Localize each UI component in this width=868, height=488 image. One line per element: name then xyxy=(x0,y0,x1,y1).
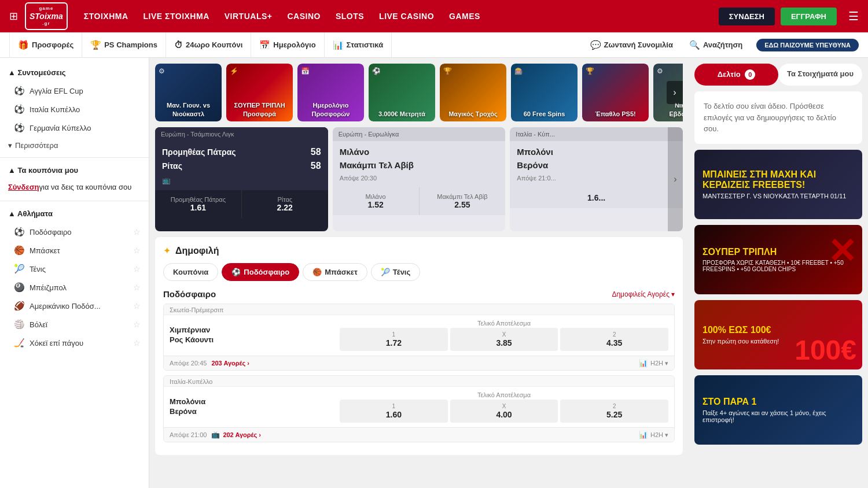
football-icon-2: ⚽ xyxy=(14,104,25,114)
sidebar-item-volleyball[interactable]: 🏐 Βόλεϊ ☆ xyxy=(0,315,149,334)
h2h-button-1[interactable]: H2H ▾ xyxy=(650,360,668,367)
am-football-sport-icon: 🏈 xyxy=(14,301,25,311)
nav-slots[interactable]: SLOTS xyxy=(336,12,364,21)
sec-nav-right: 💬 Ζωντανή Συνομιλία 🔍 Αναζήτηση ΕΔΩ ΠΑΙΖ… xyxy=(582,32,859,58)
nav-games[interactable]: GAMES xyxy=(449,12,480,21)
star-icon-am-football[interactable]: ☆ xyxy=(133,301,141,310)
nav-virtuals[interactable]: VIRTUALS+ xyxy=(225,12,273,21)
nav-casino[interactable]: CASINO xyxy=(287,12,320,21)
big-number-decoration: 100€ xyxy=(795,334,856,366)
register-button[interactable]: ΕΓΓΡΑΦΗ xyxy=(781,8,837,25)
odds-cell-x-1[interactable]: Χ 3.85 xyxy=(450,328,558,351)
odds-btn-team2-2[interactable]: Μακάμπι Τελ Αβίβ 2.55 xyxy=(420,187,506,215)
nav-live-stoixima[interactable]: LIVE ΣΤΟΙΧΗΜΑ xyxy=(144,12,209,21)
sidebar-item-germany-cup[interactable]: ⚽ Γερμανία Κύπελλο xyxy=(0,119,149,137)
odds-btn-team1-2[interactable]: Μιλάνο 1.52 xyxy=(333,187,420,215)
sidebar-item-american-football[interactable]: 🏈 Αμερικάνικο Ποδόσ... ☆ xyxy=(0,297,149,315)
popular-match-2: Ιταλία-Κυπέλλο Μπολόνια Βερόνα Τελικό Απ… xyxy=(163,375,675,442)
star-icon-hockey[interactable]: ☆ xyxy=(133,338,141,347)
sec-nav-ps-champions[interactable]: 🏆 PS Champions xyxy=(82,32,166,58)
promo-banner-para1[interactable]: ΣΤΟ ΠΑΡΑ 1 Παίξε 4+ αγώνες και αν χάσεις… xyxy=(694,375,862,445)
basketball-tab-icon: 🏀 xyxy=(312,268,322,276)
odds-cell-2-1[interactable]: 2 4.35 xyxy=(560,328,668,351)
odds-btn-1-3[interactable]: 1.6... xyxy=(510,187,683,208)
star-icon-tennis[interactable]: ☆ xyxy=(133,264,141,273)
sidebar-item-baseball[interactable]: 🎱 Μπέιζμπολ ☆ xyxy=(0,278,149,297)
odds-cell-x-2[interactable]: Χ 4.00 xyxy=(450,400,558,423)
tab-tennis[interactable]: 🎾 Τένις xyxy=(371,263,420,281)
eao-button[interactable]: ΕΔΩ ΠΑΙΖΟΥΜΕ ΥΠΕΥΘΥΝΑ xyxy=(756,39,859,51)
promo-cards-next-button[interactable]: › xyxy=(667,81,683,104)
sec-nav-prosfores[interactable]: 🎁 Προσφορές xyxy=(9,32,82,58)
hamburger-icon[interactable]: ☰ xyxy=(848,9,859,23)
grid-icon[interactable]: ⊞ xyxy=(9,10,18,23)
sidebar-item-basketball[interactable]: 🏀 Μπάσκετ ☆ xyxy=(0,241,149,260)
nav-stoixima[interactable]: ΣΤΟΙΧΗΜΑ xyxy=(84,12,128,21)
match-markets-popular-1[interactable]: 203 Αγορές › xyxy=(211,360,249,367)
betslip-badge: 0 xyxy=(745,69,755,80)
sec-nav-livechat[interactable]: 💬 Ζωντανή Συνομιλία xyxy=(582,32,681,58)
gift-icon: 🎁 xyxy=(18,40,29,50)
football-sport-icon: ⚽ xyxy=(14,227,25,237)
betslip-tab-my-bets[interactable]: Τα Στοιχήματά μου xyxy=(778,64,862,86)
sidebar-item-efl-cup[interactable]: ⚽ Αγγλία EFL Cup xyxy=(0,82,149,100)
h2h-button-2[interactable]: H2H ▾ xyxy=(650,431,668,439)
popular-subheader: Ποδόσφαιρο Δημοφιλείς Αγορές ▾ xyxy=(163,289,675,299)
promo-banner-freebets[interactable]: ΜΠΑΙΝΕΙΣ ΣΤΗ ΜΑΧΗ ΚΑΙ ΚΕΡΔΙΖΕΙΣ FREEBETS… xyxy=(694,150,862,219)
sidebar-item-football[interactable]: ⚽ Ποδόσφαιρο ☆ xyxy=(0,223,149,241)
login-button[interactable]: ΣΥΝΔΕΣΗ xyxy=(719,8,775,25)
coupons-login-link[interactable]: Σύνδεση xyxy=(8,183,39,191)
betslip-tab-deltion[interactable]: Δελτίο 0 xyxy=(694,64,778,86)
odds-cell-1-2[interactable]: 1 1.60 xyxy=(340,400,448,423)
tab-football[interactable]: ⚽ Ποδόσφαιρο xyxy=(222,263,299,281)
timer-icon: ⏱ xyxy=(174,40,183,50)
star-icon-football[interactable]: ☆ xyxy=(133,227,141,236)
tab-basketball[interactable]: 🏀 Μπάσκετ xyxy=(303,263,367,281)
promo-banner-inner-1: ΜΠΑΙΝΕΙΣ ΣΤΗ ΜΑΧΗ ΚΑΙ ΚΕΡΔΙΖΕΙΣ FREEBETS… xyxy=(694,150,862,219)
odds-cell-2-2[interactable]: 2 5.25 xyxy=(560,400,668,423)
promo-card-super-triple[interactable]: ⚡ ΣΟΥΠΕΡ ΤΡΙΠΛΗ Προσφορά xyxy=(226,64,293,121)
match-teams-3: Μπολόνι Βερόνα Απόψε 21:0... xyxy=(510,141,683,187)
sidebar-item-tennis[interactable]: 🎾 Τένις ☆ xyxy=(0,260,149,278)
sports-header[interactable]: ▲ Αθλήματα xyxy=(0,205,149,223)
sec-nav-search[interactable]: 🔍 Αναζήτηση xyxy=(681,32,751,58)
promo-card-cash[interactable]: ⚽ 3.000€ Μετρητά xyxy=(369,64,435,121)
promo-card-wheel[interactable]: 🏆 Μαγικός Τροχός xyxy=(440,64,506,121)
odds-cell-1-1[interactable]: 1 1.72 xyxy=(340,328,448,351)
coupons-login-prompt: Σύνδεσηγια να δεις τα κουπόνια σου xyxy=(0,179,149,197)
sec-nav-stats[interactable]: 📊 Στατιστικά xyxy=(325,32,392,58)
shortcuts-header[interactable]: ▲ Συντομεύσεις xyxy=(0,64,149,82)
odds-btn-team1-1[interactable]: Προμηθέας Πάτρας 1.61 xyxy=(155,190,242,218)
promo-banner-100[interactable]: 100% ΕΩΣ 100€ Στην πρώτη σου κατάθεση! 1… xyxy=(694,300,862,369)
promo-icon-8: ⚙ xyxy=(657,67,663,75)
promo-card-ps5[interactable]: 🏆 Έπαθλο PS5! xyxy=(582,64,649,121)
star-icon-baseball[interactable]: ☆ xyxy=(133,283,141,292)
match-markets-popular-2[interactable]: 202 Αγορές › xyxy=(223,431,261,438)
calendar-icon: 📅 xyxy=(259,40,270,50)
promo-card-freespins[interactable]: 🎰 60 Free Spins xyxy=(511,64,578,121)
match-row-right-2: 📊 H2H ▾ xyxy=(639,431,668,439)
match-teams-2: Μιλάνο Μακάμπι Τελ Αβίβ Απόψε 20:30 xyxy=(333,141,506,187)
promo-card-ps-champions[interactable]: ⚙ Μαν. Γιουν. vs Νιούκαστλ xyxy=(155,64,222,121)
promo-card-calendar[interactable]: 📅 Ημερολόγιο Προσφορών xyxy=(297,64,364,121)
sec-nav-coupon-24[interactable]: ⏱ 24ωρο Κουπόνι xyxy=(166,32,251,58)
sec-nav-calendar[interactable]: 📅 Ημερολόγιο xyxy=(251,32,324,58)
sidebar-more-shortcuts[interactable]: ▾ Περισσότερα xyxy=(0,137,149,154)
star-icon-volleyball[interactable]: ☆ xyxy=(133,320,141,329)
odds-btn-team2-1[interactable]: Ρίτας 2.22 xyxy=(242,190,328,218)
promo-icon-2: ⚡ xyxy=(230,67,238,75)
nav-right-actions: ΣΥΝΔΕΣΗ ΕΓΓΡΑΦΗ ☰ xyxy=(719,8,859,25)
coupons-header[interactable]: ▲ Τα κουπόνια μου xyxy=(0,161,149,179)
result-label-1: Τελικό Αποτέλεσμα xyxy=(340,320,668,327)
nav-live-casino[interactable]: LIVE CASINO xyxy=(379,12,434,21)
logo[interactable]: game SToixma .gr xyxy=(25,2,68,30)
promo-icon-1: ⚙ xyxy=(159,67,165,75)
sidebar-item-italia-cup[interactable]: ⚽ Ιταλία Κυπέλλο xyxy=(0,100,149,119)
match-card-next-button[interactable]: › xyxy=(668,127,683,231)
popular-markets-label[interactable]: Δημοφιλείς Αγορές ▾ xyxy=(612,290,675,298)
tab-couponia[interactable]: Κουπόνια xyxy=(163,263,218,281)
odds-team2-label-1: Ρίτας xyxy=(245,196,325,203)
promo-banner-super-triple[interactable]: ΣΟΥΠΕΡ ΤΡΙΠΛΗ ΠΡΟΣΦΟΡΑ ΧΩΡΙΣ ΚΑΤΑΘΕΣΗ • … xyxy=(694,225,862,294)
star-icon-basketball[interactable]: ☆ xyxy=(133,246,141,255)
sidebar-item-hockey[interactable]: 🏒 Χόκεϊ επί πάγου ☆ xyxy=(0,334,149,352)
